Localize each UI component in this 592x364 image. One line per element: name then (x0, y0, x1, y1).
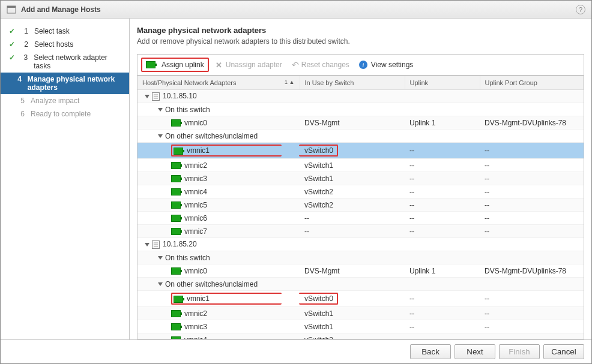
wizard-body: ✓1Select task✓2Select hosts✓3Select netw… (1, 19, 591, 339)
x-icon: ✕ (215, 61, 223, 69)
table-row[interactable]: vmnic7------ (137, 225, 584, 238)
col-group-header[interactable]: Uplink Port Group (480, 76, 584, 90)
col-host-header[interactable]: Host/Physical Network Adapters 1 ▲ (137, 76, 300, 90)
table-row[interactable]: vmnic3vSwitch1---- (137, 172, 584, 185)
chevron-down-icon[interactable] (158, 256, 163, 260)
table-row[interactable]: vmnic6------ (137, 212, 584, 225)
wizard-step-1[interactable]: ✓1Select task (1, 25, 129, 38)
page-heading: Manage physical network adapters (137, 26, 584, 35)
assign-uplink-highlight: Assign uplink (141, 58, 209, 72)
step-label: Select network adapter tasks (34, 53, 123, 70)
col-uplink-header[interactable]: Uplink (405, 76, 480, 90)
host-icon (152, 240, 160, 249)
wizard-step-4[interactable]: 4Manage physical network adapters (1, 73, 129, 94)
sort-indicator: 1 ▲ (285, 79, 294, 85)
view-settings-button[interactable]: i View settings (355, 59, 417, 71)
window-title: Add and Manage Hosts (21, 5, 576, 14)
nic-icon (174, 296, 183, 303)
col-inuse-header[interactable]: In Use by Switch (300, 76, 405, 90)
row-highlight: vmnic1 (171, 145, 282, 157)
nic-icon (171, 162, 181, 169)
table-row[interactable]: On this switch (137, 251, 584, 264)
table-row[interactable]: vmnic0DVS-MgmtUplink 1DVS-Mgmt-DVUplinks… (137, 264, 584, 278)
nic-icon (171, 336, 181, 339)
main-panel: Manage physical network adapters Add or … (130, 19, 591, 339)
table-row[interactable]: On other switches/unclaimed (137, 278, 584, 291)
reset-label: Reset changes (301, 61, 349, 69)
wizard-buttons: Back Next Finish Cancel (1, 339, 591, 363)
toolbar-container: Assign uplink ✕ Unassign adapter ↶ Reset… (137, 54, 584, 76)
check-icon: ✓ (9, 53, 16, 62)
check-icon: ✓ (9, 27, 16, 35)
adapter-table: Host/Physical Network Adapters 1 ▲ In Us… (137, 76, 584, 339)
nic-icon (171, 175, 181, 182)
reset-changes-button: ↶ Reset changes (288, 58, 353, 71)
toolbar: Assign uplink ✕ Unassign adapter ↶ Reset… (137, 55, 584, 76)
nic-icon (171, 215, 181, 222)
info-icon: i (359, 61, 367, 69)
svg-rect-1 (7, 6, 16, 8)
table-row[interactable]: vmnic1vSwitch0---- (137, 291, 584, 307)
titlebar: Add and Manage Hosts ? (1, 1, 591, 19)
table-row[interactable]: vmnic0DVS-MgmtUplink 1DVS-Mgmt-DVUplinks… (137, 116, 584, 130)
assign-uplink-label: Assign uplink (162, 61, 204, 69)
view-settings-label: View settings (371, 61, 413, 69)
nic-icon (171, 267, 181, 275)
host-icon (152, 92, 160, 101)
window-icon (7, 5, 16, 14)
finish-button: Finish (499, 344, 540, 359)
back-button[interactable]: Back (410, 344, 451, 359)
table-row[interactable]: vmnic4vSwitch2---- (137, 185, 584, 198)
page-subtitle: Add or remove physical network adapters … (137, 37, 584, 46)
wizard-step-2[interactable]: ✓2Select hosts (1, 38, 129, 51)
table-row[interactable]: vmnic3vSwitch1---- (137, 320, 584, 333)
table-row[interactable]: vmnic2vSwitch1---- (137, 159, 584, 172)
table-row[interactable]: 10.1.85.20 (137, 238, 584, 251)
unassign-adapter-button: ✕ Unassign adapter (211, 59, 286, 71)
row-highlight: vmnic1 (171, 293, 282, 305)
adapter-table-scroll[interactable]: Host/Physical Network Adapters 1 ▲ In Us… (137, 76, 584, 339)
nic-icon (171, 201, 181, 209)
nic-icon (174, 148, 183, 155)
chevron-down-icon[interactable] (145, 243, 150, 246)
nic-icon (171, 119, 181, 127)
step-label: Analyze impact (31, 97, 79, 105)
table-row[interactable]: On other switches/unclaimed (137, 130, 584, 143)
wizard-step-5: 5Analyze impact (1, 94, 129, 107)
cancel-button[interactable]: Cancel (543, 344, 584, 359)
step-label: Select task (34, 27, 70, 35)
nic-icon (171, 323, 181, 330)
table-row[interactable]: vmnic2vSwitch1---- (137, 307, 584, 320)
nic-icon (146, 61, 156, 68)
adapter-table-body: 10.1.85.10On this switchvmnic0DVS-MgmtUp… (137, 90, 584, 340)
wizard-window: Add and Manage Hosts ? ✓1Select task✓2Se… (0, 0, 592, 364)
help-icon[interactable]: ? (576, 5, 585, 14)
table-row[interactable]: vmnic4vSwitch2---- (137, 333, 584, 340)
unassign-label: Unassign adapter (226, 61, 282, 69)
check-icon: ✓ (9, 40, 16, 49)
assign-uplink-button[interactable]: Assign uplink (142, 59, 208, 71)
undo-icon: ↶ (292, 60, 299, 70)
nic-icon (171, 310, 181, 317)
chevron-down-icon[interactable] (158, 108, 163, 112)
table-row[interactable]: On this switch (137, 103, 584, 116)
chevron-down-icon[interactable] (145, 95, 150, 98)
table-row[interactable]: vmnic5vSwitch2---- (137, 198, 584, 212)
chevron-down-icon[interactable] (158, 134, 163, 138)
nic-icon (171, 188, 181, 195)
wizard-steps-sidebar: ✓1Select task✓2Select hosts✓3Select netw… (1, 19, 130, 339)
wizard-step-6: 6Ready to complete (1, 107, 129, 121)
table-row[interactable]: vmnic1vSwitch0---- (137, 143, 584, 159)
step-label: Select hosts (34, 40, 73, 49)
chevron-down-icon[interactable] (158, 282, 163, 286)
table-row[interactable]: 10.1.85.10 (137, 90, 584, 103)
step-label: Manage physical network adapters (28, 75, 123, 92)
wizard-step-3[interactable]: ✓3Select network adapter tasks (1, 51, 129, 73)
nic-icon (171, 228, 181, 235)
next-button[interactable]: Next (455, 344, 495, 359)
step-label: Ready to complete (31, 110, 91, 118)
